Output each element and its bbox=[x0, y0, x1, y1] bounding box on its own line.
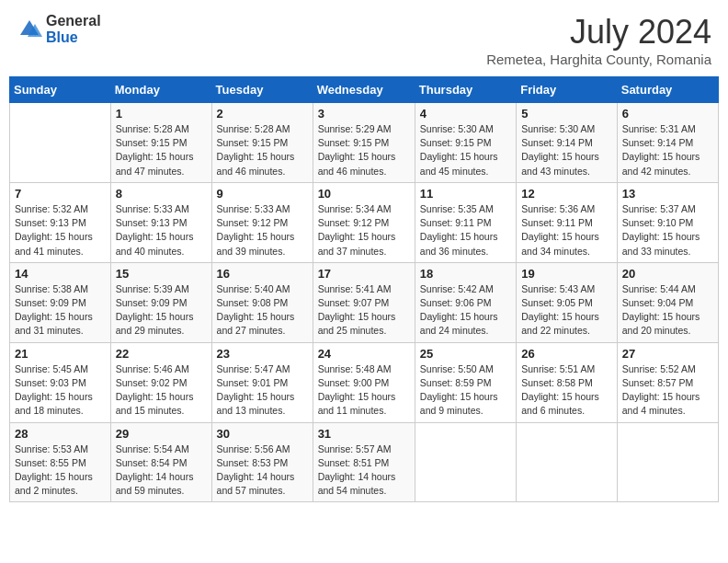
day-number: 24 bbox=[318, 347, 410, 361]
day-info: Sunrise: 5:36 AM Sunset: 9:11 PM Dayligh… bbox=[521, 202, 612, 259]
day-cell: 8Sunrise: 5:33 AM Sunset: 9:13 PM Daylig… bbox=[110, 182, 211, 262]
day-cell: 23Sunrise: 5:47 AM Sunset: 9:01 PM Dayli… bbox=[211, 342, 313, 422]
day-cell: 14Sunrise: 5:38 AM Sunset: 9:09 PM Dayli… bbox=[10, 262, 111, 342]
day-info: Sunrise: 5:29 AM Sunset: 9:15 PM Dayligh… bbox=[318, 122, 410, 178]
day-info: Sunrise: 5:47 AM Sunset: 9:01 PM Dayligh… bbox=[217, 362, 308, 419]
weekday-header-wednesday: Wednesday bbox=[313, 77, 415, 103]
weekday-header-tuesday: Tuesday bbox=[211, 77, 313, 103]
day-number: 20 bbox=[622, 267, 713, 281]
day-number: 23 bbox=[217, 347, 308, 361]
day-cell: 22Sunrise: 5:46 AM Sunset: 9:02 PM Dayli… bbox=[110, 342, 211, 422]
day-cell: 18Sunrise: 5:42 AM Sunset: 9:06 PM Dayli… bbox=[415, 262, 516, 342]
day-info: Sunrise: 5:42 AM Sunset: 9:06 PM Dayligh… bbox=[420, 282, 511, 339]
day-info: Sunrise: 5:54 AM Sunset: 8:54 PM Dayligh… bbox=[116, 442, 207, 499]
day-info: Sunrise: 5:52 AM Sunset: 8:57 PM Dayligh… bbox=[622, 362, 713, 419]
day-cell bbox=[415, 422, 516, 502]
day-info: Sunrise: 5:38 AM Sunset: 9:09 PM Dayligh… bbox=[15, 282, 106, 339]
day-number: 31 bbox=[318, 427, 410, 441]
day-cell: 10Sunrise: 5:34 AM Sunset: 9:12 PM Dayli… bbox=[313, 182, 415, 262]
week-row-2: 7Sunrise: 5:32 AM Sunset: 9:13 PM Daylig… bbox=[10, 182, 719, 262]
day-number: 19 bbox=[521, 267, 612, 281]
day-info: Sunrise: 5:35 AM Sunset: 9:11 PM Dayligh… bbox=[420, 202, 511, 259]
logo: General Blue bbox=[17, 13, 101, 45]
day-info: Sunrise: 5:28 AM Sunset: 9:15 PM Dayligh… bbox=[116, 122, 207, 178]
day-cell: 4Sunrise: 5:30 AM Sunset: 9:15 PM Daylig… bbox=[415, 103, 516, 183]
location-title: Remetea, Harghita County, Romania bbox=[486, 52, 711, 67]
logo-general-text: General bbox=[46, 13, 101, 29]
day-cell bbox=[10, 103, 111, 183]
day-info: Sunrise: 5:48 AM Sunset: 9:00 PM Dayligh… bbox=[318, 362, 410, 419]
day-cell: 9Sunrise: 5:33 AM Sunset: 9:12 PM Daylig… bbox=[211, 182, 313, 262]
day-cell: 30Sunrise: 5:56 AM Sunset: 8:53 PM Dayli… bbox=[211, 422, 313, 502]
day-number: 11 bbox=[420, 187, 511, 201]
day-number: 3 bbox=[318, 107, 410, 121]
day-info: Sunrise: 5:33 AM Sunset: 9:12 PM Dayligh… bbox=[217, 202, 308, 259]
day-number: 7 bbox=[15, 187, 106, 201]
day-cell: 12Sunrise: 5:36 AM Sunset: 9:11 PM Dayli… bbox=[517, 182, 618, 262]
day-info: Sunrise: 5:46 AM Sunset: 9:02 PM Dayligh… bbox=[116, 362, 207, 419]
day-info: Sunrise: 5:53 AM Sunset: 8:55 PM Dayligh… bbox=[15, 442, 106, 499]
weekday-header-saturday: Saturday bbox=[617, 77, 718, 103]
week-row-3: 14Sunrise: 5:38 AM Sunset: 9:09 PM Dayli… bbox=[10, 262, 719, 342]
day-cell: 16Sunrise: 5:40 AM Sunset: 9:08 PM Dayli… bbox=[211, 262, 313, 342]
day-cell: 2Sunrise: 5:28 AM Sunset: 9:15 PM Daylig… bbox=[211, 103, 313, 183]
day-number: 4 bbox=[420, 107, 511, 121]
day-number: 16 bbox=[217, 267, 308, 281]
day-cell: 29Sunrise: 5:54 AM Sunset: 8:54 PM Dayli… bbox=[110, 422, 211, 502]
day-info: Sunrise: 5:31 AM Sunset: 9:14 PM Dayligh… bbox=[622, 122, 713, 178]
day-cell: 17Sunrise: 5:41 AM Sunset: 9:07 PM Dayli… bbox=[313, 262, 415, 342]
day-number: 27 bbox=[622, 347, 713, 361]
day-info: Sunrise: 5:34 AM Sunset: 9:12 PM Dayligh… bbox=[318, 202, 410, 259]
day-number: 13 bbox=[622, 187, 713, 201]
day-info: Sunrise: 5:56 AM Sunset: 8:53 PM Dayligh… bbox=[217, 442, 308, 499]
day-cell: 31Sunrise: 5:57 AM Sunset: 8:51 PM Dayli… bbox=[313, 422, 415, 502]
day-number: 1 bbox=[116, 107, 207, 121]
day-number: 29 bbox=[116, 427, 207, 441]
weekday-header-sunday: Sunday bbox=[10, 77, 111, 103]
day-cell: 26Sunrise: 5:51 AM Sunset: 8:58 PM Dayli… bbox=[517, 342, 618, 422]
day-number: 22 bbox=[116, 347, 207, 361]
day-number: 28 bbox=[15, 427, 106, 441]
day-cell: 28Sunrise: 5:53 AM Sunset: 8:55 PM Dayli… bbox=[10, 422, 111, 502]
day-info: Sunrise: 5:51 AM Sunset: 8:58 PM Dayligh… bbox=[521, 362, 612, 419]
month-title: July 2024 bbox=[486, 13, 711, 52]
day-cell: 6Sunrise: 5:31 AM Sunset: 9:14 PM Daylig… bbox=[617, 103, 718, 183]
day-cell: 1Sunrise: 5:28 AM Sunset: 9:15 PM Daylig… bbox=[110, 103, 211, 183]
day-number: 10 bbox=[318, 187, 410, 201]
day-cell: 5Sunrise: 5:30 AM Sunset: 9:14 PM Daylig… bbox=[517, 103, 618, 183]
weekday-header-row: SundayMondayTuesdayWednesdayThursdayFrid… bbox=[10, 77, 719, 103]
logo-icon bbox=[17, 17, 42, 42]
day-info: Sunrise: 5:43 AM Sunset: 9:05 PM Dayligh… bbox=[521, 282, 612, 339]
week-row-1: 1Sunrise: 5:28 AM Sunset: 9:15 PM Daylig… bbox=[10, 103, 719, 183]
day-cell: 7Sunrise: 5:32 AM Sunset: 9:13 PM Daylig… bbox=[10, 182, 111, 262]
day-info: Sunrise: 5:40 AM Sunset: 9:08 PM Dayligh… bbox=[217, 282, 308, 339]
title-area: July 2024 Remetea, Harghita County, Roma… bbox=[486, 13, 711, 67]
day-cell: 13Sunrise: 5:37 AM Sunset: 9:10 PM Dayli… bbox=[617, 182, 718, 262]
header: General Blue July 2024 Remetea, Harghita… bbox=[9, 9, 719, 71]
day-number: 6 bbox=[622, 107, 713, 121]
day-cell: 19Sunrise: 5:43 AM Sunset: 9:05 PM Dayli… bbox=[517, 262, 618, 342]
day-cell: 11Sunrise: 5:35 AM Sunset: 9:11 PM Dayli… bbox=[415, 182, 516, 262]
day-number: 12 bbox=[521, 187, 612, 201]
day-cell bbox=[617, 422, 718, 502]
day-number: 17 bbox=[318, 267, 410, 281]
weekday-header-friday: Friday bbox=[517, 77, 618, 103]
day-cell: 3Sunrise: 5:29 AM Sunset: 9:15 PM Daylig… bbox=[313, 103, 415, 183]
day-info: Sunrise: 5:37 AM Sunset: 9:10 PM Dayligh… bbox=[622, 202, 713, 259]
day-info: Sunrise: 5:30 AM Sunset: 9:15 PM Dayligh… bbox=[420, 122, 511, 178]
day-number: 5 bbox=[521, 107, 612, 121]
day-info: Sunrise: 5:50 AM Sunset: 8:59 PM Dayligh… bbox=[420, 362, 511, 419]
day-cell: 20Sunrise: 5:44 AM Sunset: 9:04 PM Dayli… bbox=[617, 262, 718, 342]
day-number: 2 bbox=[217, 107, 308, 121]
day-number: 25 bbox=[420, 347, 511, 361]
calendar-table: SundayMondayTuesdayWednesdayThursdayFrid… bbox=[9, 76, 719, 502]
day-number: 18 bbox=[420, 267, 511, 281]
weekday-header-monday: Monday bbox=[110, 77, 211, 103]
day-cell: 15Sunrise: 5:39 AM Sunset: 9:09 PM Dayli… bbox=[110, 262, 211, 342]
day-info: Sunrise: 5:44 AM Sunset: 9:04 PM Dayligh… bbox=[622, 282, 713, 339]
day-number: 15 bbox=[116, 267, 207, 281]
day-cell bbox=[517, 422, 618, 502]
logo-blue-text: Blue bbox=[46, 29, 101, 46]
day-info: Sunrise: 5:32 AM Sunset: 9:13 PM Dayligh… bbox=[15, 202, 106, 259]
day-info: Sunrise: 5:28 AM Sunset: 9:15 PM Dayligh… bbox=[217, 122, 308, 178]
